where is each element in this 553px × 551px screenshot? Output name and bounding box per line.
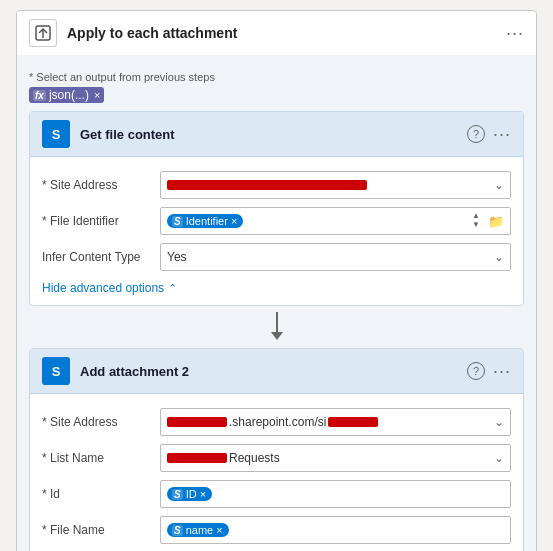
site-address-value[interactable]: redacted ⌄ xyxy=(160,171,511,199)
id-token-label: ID xyxy=(186,488,197,500)
file-name-row: * File Name S name × xyxy=(42,516,511,544)
infer-content-type-text: Yes xyxy=(167,250,187,264)
get-file-more-button[interactable]: ··· xyxy=(493,125,511,143)
add-attachment-icon: S xyxy=(42,357,70,385)
id-row: * Id S ID × xyxy=(42,480,511,508)
get-file-content-actions: ? ··· xyxy=(467,125,511,143)
list-name-redacted: r xyxy=(167,453,227,463)
add-attachment-help-button[interactable]: ? xyxy=(467,362,485,380)
apply-each-header: Apply to each attachment ··· xyxy=(17,11,536,55)
file-name-label: * File Name xyxy=(42,523,152,537)
json-token-wrapper: fx json(...) × xyxy=(29,87,104,103)
id-token-remove[interactable]: × xyxy=(200,488,206,500)
add-attachment-title: Add attachment 2 xyxy=(80,364,467,379)
hide-advanced-options[interactable]: Hide advanced options ⌃ xyxy=(42,281,511,295)
infer-content-type-row: Infer Content Type Yes ⌄ xyxy=(42,243,511,271)
list-name-row: * List Name r Requests ⌄ xyxy=(42,444,511,472)
select-output-label: * Select an output from previous steps xyxy=(29,71,524,83)
spinner-down[interactable]: ▼ xyxy=(472,221,480,230)
add-site-address-label: * Site Address xyxy=(42,415,152,429)
add-attachment-body: * Site Address r .sharepoint.com/si r ⌄ xyxy=(30,394,523,551)
add-attachment-actions: ? ··· xyxy=(467,362,511,380)
spinner-arrows[interactable]: ▲ ▼ xyxy=(472,212,480,230)
identifier-token-label: Identifier xyxy=(186,215,228,227)
file-name-token-remove[interactable]: × xyxy=(216,524,222,536)
id-token-icon: S xyxy=(172,489,183,500)
connector-arrowhead xyxy=(271,332,283,340)
add-site-address-row: * Site Address r .sharepoint.com/si r ⌄ xyxy=(42,408,511,436)
add-site-redacted-1: r xyxy=(167,417,227,427)
identifier-token-icon: S xyxy=(172,216,183,227)
get-file-content-icon: S xyxy=(42,120,70,148)
site-address-dropdown-arrow: ⌄ xyxy=(494,178,504,192)
infer-content-type-arrow: ⌄ xyxy=(494,250,504,264)
fx-icon: fx xyxy=(33,90,46,101)
site-address-label: * Site Address xyxy=(42,178,152,192)
apply-each-more-button[interactable]: ··· xyxy=(506,24,524,42)
file-identifier-value[interactable]: S Identifier × ▲ ▼ 📁 xyxy=(160,207,511,235)
get-file-content-card: S Get file content ? ··· * Site Address xyxy=(29,111,524,306)
apply-each-card: Apply to each attachment ··· * Select an… xyxy=(16,10,537,551)
infer-content-type-label: Infer Content Type xyxy=(42,250,152,264)
json-token-remove[interactable]: × xyxy=(94,89,100,101)
apply-each-actions: ··· xyxy=(506,24,524,42)
add-attachment-card: S Add attachment 2 ? ··· * Site Address xyxy=(29,348,524,551)
connector-line xyxy=(276,312,278,332)
file-name-token-icon: S xyxy=(172,525,183,536)
get-file-content-title: Get file content xyxy=(80,127,467,142)
hide-advanced-chevron: ⌃ xyxy=(168,282,177,295)
list-name-requests: Requests xyxy=(229,451,280,465)
add-attachment-more-button[interactable]: ··· xyxy=(493,362,511,380)
file-name-value[interactable]: S name × xyxy=(160,516,511,544)
id-value[interactable]: S ID × xyxy=(160,480,511,508)
apply-each-body: * Select an output from previous steps f… xyxy=(17,55,536,551)
site-address-redacted: redacted xyxy=(167,180,367,190)
loop-icon xyxy=(35,25,51,41)
id-token: S ID × xyxy=(167,487,212,501)
apply-each-icon-box xyxy=(29,19,57,47)
file-name-token: S name × xyxy=(167,523,229,537)
json-token-label: json(...) xyxy=(49,88,89,102)
id-label: * Id xyxy=(42,487,152,501)
add-attachment-header: S Add attachment 2 ? ··· xyxy=(30,349,523,394)
folder-icon[interactable]: 📁 xyxy=(488,214,504,229)
file-identifier-row: * File Identifier S Identifier × xyxy=(42,207,511,235)
identifier-token: S Identifier × xyxy=(167,214,243,228)
connector-arrow xyxy=(29,312,524,340)
list-name-arrow: ⌄ xyxy=(494,451,504,465)
file-identifier-label: * File Identifier xyxy=(42,214,152,228)
get-file-help-button[interactable]: ? xyxy=(467,125,485,143)
get-file-content-body: * Site Address redacted ⌄ * File Identif… xyxy=(30,157,523,305)
add-site-address-arrow: ⌄ xyxy=(494,415,504,429)
list-name-value[interactable]: r Requests ⌄ xyxy=(160,444,511,472)
list-name-label: * List Name xyxy=(42,451,152,465)
identifier-token-remove[interactable]: × xyxy=(231,215,237,227)
add-site-address-value[interactable]: r .sharepoint.com/si r ⌄ xyxy=(160,408,511,436)
hide-advanced-label: Hide advanced options xyxy=(42,281,164,295)
file-name-token-label: name xyxy=(186,524,214,536)
add-site-redacted-2: r xyxy=(328,417,378,427)
get-file-content-header: S Get file content ? ··· xyxy=(30,112,523,157)
apply-each-title: Apply to each attachment xyxy=(67,25,506,41)
infer-content-type-value[interactable]: Yes ⌄ xyxy=(160,243,511,271)
site-address-row: * Site Address redacted ⌄ xyxy=(42,171,511,199)
